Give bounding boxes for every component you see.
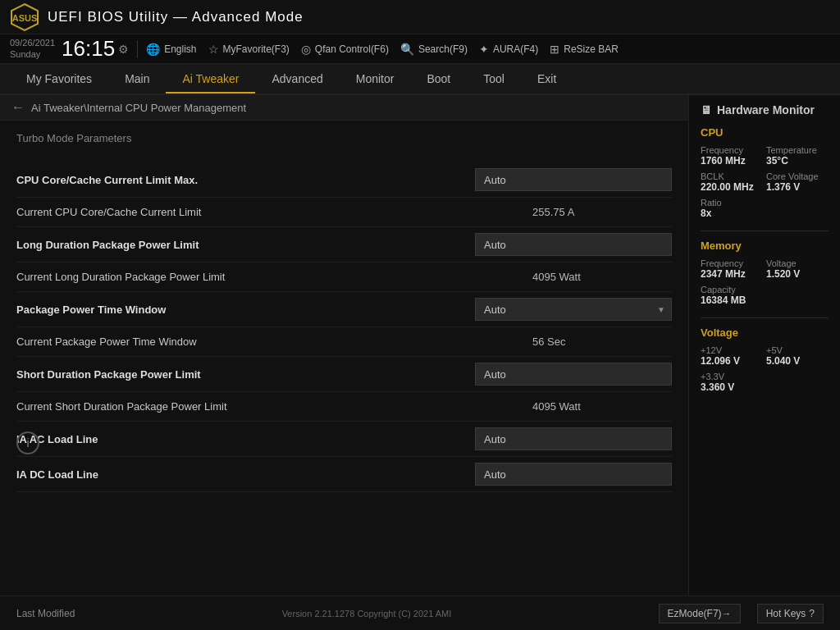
fan-icon: ◎ — [301, 43, 311, 56]
hot-keys-icon: ? — [809, 608, 815, 619]
nav-advanced[interactable]: Advanced — [255, 66, 339, 92]
hw-voltage-33v: +3.3V 3.360 V — [701, 372, 829, 393]
topbar-qfan[interactable]: ◎ Qfan Control(F6) — [301, 43, 389, 56]
time-bar: 09/26/2021 Sunday 16:15 ⚙ 🌐 English ☆ My… — [0, 34, 840, 64]
label-current-cpu-core: Current CPU Core/Cache Current Limit — [16, 206, 524, 218]
hot-keys-button[interactable]: Hot Keys ? — [757, 604, 824, 623]
label-current-short-duration: Current Short Duration Package Power Lim… — [16, 400, 524, 413]
hw-voltage-5v-label: +5V — [766, 345, 829, 355]
info-icon-area: i — [16, 431, 39, 454]
row-current-short-duration: Current Short Duration Package Power Lim… — [16, 392, 672, 422]
hw-voltage-12v-value: 12.096 V — [701, 355, 763, 367]
input-long-duration-limit[interactable] — [475, 233, 672, 256]
resize-icon: ⊞ — [550, 43, 559, 56]
hw-monitor-title: 🖥 Hardware Monitor — [701, 103, 829, 116]
topbar-resizebar[interactable]: ⊞ ReSize BAR — [550, 43, 619, 56]
hw-cpu-corevoltage-value: 1.376 V — [766, 181, 829, 193]
nav-my-favorites[interactable]: My Favorites — [10, 66, 108, 92]
hw-cpu-bclk-label: BCLK — [701, 171, 763, 181]
hw-memory-voltage: Voltage 1.520 V — [766, 258, 829, 280]
row-current-cpu-core: Current CPU Core/Cache Current Limit 255… — [16, 198, 672, 227]
hw-voltage-33v-value: 3.360 V — [701, 381, 829, 393]
hw-cpu-temperature-value: 35°C — [766, 155, 829, 167]
hw-memory-title: Memory — [701, 240, 829, 252]
label-package-power-time: Package Power Time Window — [16, 304, 475, 316]
hw-monitor-label: Hardware Monitor — [717, 103, 815, 116]
row-current-long-duration: Current Long Duration Package Power Limi… — [16, 262, 672, 292]
date: 09/26/2021 — [10, 38, 55, 48]
nav-exit[interactable]: Exit — [521, 66, 573, 92]
hw-voltage-title: Voltage — [701, 326, 829, 339]
value-current-package-time: 56 Sec — [524, 336, 672, 348]
hw-cpu-frequency: Frequency 1760 MHz — [701, 145, 763, 167]
row-ia-dc-load: IA DC Load Line — [16, 457, 672, 492]
select-package-power-time[interactable]: Auto — [475, 298, 672, 321]
select-wrapper-package-time: Auto — [475, 298, 672, 321]
hw-section-voltage: Voltage +12V 12.096 V +5V 5.040 V +3.3V … — [701, 326, 829, 393]
breadcrumb: ← Ai Tweaker\Internal CPU Power Manageme… — [0, 95, 688, 121]
hw-cpu-bclk-value: 220.00 MHz — [701, 181, 763, 193]
input-short-duration-limit[interactable] — [475, 363, 672, 386]
hw-section-cpu: CPU Frequency 1760 MHz Temperature 35°C … — [701, 126, 829, 219]
hw-voltage-5v-value: 5.040 V — [766, 355, 829, 367]
hw-memory-frequency-value: 2347 MHz — [701, 268, 763, 280]
input-cpu-core-limit-max[interactable] — [475, 168, 672, 191]
nav-main[interactable]: Main — [108, 66, 166, 92]
label-long-duration-limit: Long Duration Package Power Limit — [16, 239, 475, 251]
info-icon[interactable]: i — [16, 431, 39, 454]
topbar-myfavorite[interactable]: ☆ MyFavorite(F3) — [208, 43, 290, 56]
search-label: Search(F9) — [418, 43, 468, 55]
aura-icon: ✦ — [479, 43, 489, 56]
back-arrow-icon[interactable]: ← — [11, 100, 25, 115]
ez-mode-button[interactable]: EzMode(F7)→ — [659, 604, 741, 623]
footer: Last Modified Version 2.21.1278 Copyrigh… — [0, 596, 840, 630]
input-ia-dc-load[interactable] — [475, 463, 672, 486]
value-current-cpu-core: 255.75 A — [524, 206, 672, 218]
topbar-aura[interactable]: ✦ AURA(F4) — [479, 43, 538, 56]
row-current-package-time: Current Package Power Time Window 56 Sec — [16, 327, 672, 357]
hw-memory-capacity-label: Capacity — [701, 285, 829, 294]
svg-text:ASUS: ASUS — [12, 13, 38, 23]
content-area: ← Ai Tweaker\Internal CPU Power Manageme… — [0, 95, 688, 596]
hw-voltage-5v: +5V 5.040 V — [766, 345, 829, 367]
main-layout: ← Ai Tweaker\Internal CPU Power Manageme… — [0, 95, 840, 596]
input-ia-ac-load[interactable] — [475, 427, 672, 450]
hw-voltage-33v-label: +3.3V — [701, 372, 829, 381]
content-inner: Turbo Mode Parameters CPU Core/Cache Cur… — [0, 121, 688, 504]
nav-ai-tweaker[interactable]: Ai Tweaker — [166, 66, 255, 94]
footer-last-modified[interactable]: Last Modified — [16, 608, 75, 619]
date-area: 09/26/2021 Sunday — [10, 38, 55, 59]
label-ia-dc-load: IA DC Load Line — [16, 468, 475, 481]
search-icon: 🔍 — [400, 43, 414, 56]
hw-memory-capacity-value: 16384 MB — [701, 294, 829, 306]
hw-cpu-corevoltage: Core Voltage 1.376 V — [766, 171, 829, 193]
footer-buttons: EzMode(F7)→ Hot Keys ? — [659, 604, 824, 623]
day: Sunday — [10, 49, 55, 60]
last-modified-label: Last Modified — [16, 608, 75, 619]
hw-cpu-frequency-value: 1760 MHz — [701, 155, 763, 167]
section-title: Turbo Mode Parameters — [16, 132, 672, 149]
hw-cpu-ratio: Ratio 8x — [701, 198, 829, 219]
hw-cpu-temperature-label: Temperature — [766, 145, 829, 155]
hw-voltage-grid: +12V 12.096 V +5V 5.040 V +3.3V 3.360 V — [701, 345, 829, 393]
value-current-long-duration: 4095 Watt — [524, 271, 672, 283]
nav-tool[interactable]: Tool — [467, 66, 521, 92]
hw-memory-frequency-label: Frequency — [701, 258, 763, 268]
topbar-search[interactable]: 🔍 Search(F9) — [400, 43, 468, 56]
monitor-icon: 🖥 — [701, 103, 712, 116]
topbar-language[interactable]: 🌐 English — [146, 43, 196, 56]
hw-memory-grid: Frequency 2347 MHz Voltage 1.520 V Capac… — [701, 258, 829, 306]
footer-version: Version 2.21.1278 Copyright (C) 2021 AMI — [282, 609, 452, 619]
value-current-short-duration: 4095 Watt — [524, 400, 672, 413]
nav-boot[interactable]: Boot — [410, 66, 467, 92]
row-long-duration-limit: Long Duration Package Power Limit — [16, 227, 672, 262]
resizebar-label: ReSize BAR — [564, 43, 619, 55]
hardware-monitor-panel: 🖥 Hardware Monitor CPU Frequency 1760 MH… — [688, 95, 840, 596]
row-package-power-time: Package Power Time Window Auto — [16, 292, 672, 327]
hw-voltage-12v: +12V 12.096 V — [701, 345, 763, 367]
hw-memory-voltage-value: 1.520 V — [766, 268, 829, 280]
nav-monitor[interactable]: Monitor — [340, 66, 411, 92]
aura-label: AURA(F4) — [493, 43, 538, 55]
gear-icon[interactable]: ⚙ — [118, 43, 129, 56]
label-current-long-duration: Current Long Duration Package Power Limi… — [16, 271, 524, 283]
